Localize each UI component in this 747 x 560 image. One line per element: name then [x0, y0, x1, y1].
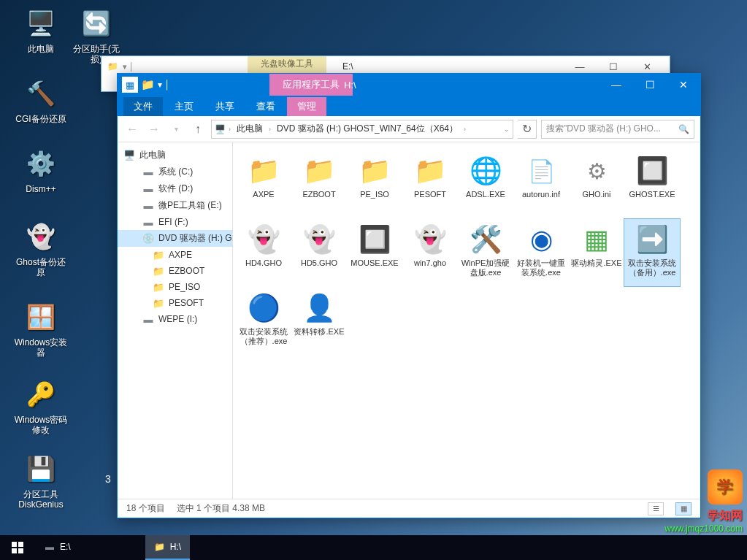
tree-drive-c[interactable]: ▬系统 (C:)	[118, 164, 232, 180]
ini-icon: ⚙	[579, 153, 614, 188]
desktop-icon-diskgenius[interactable]: 💾分区工具DiskGenius	[13, 451, 69, 510]
close-button[interactable]: ✕	[667, 74, 700, 96]
watermark-logo	[708, 469, 743, 505]
watermark-url: www.jmqz1000.com	[664, 523, 743, 534]
desktop-icon-ghost[interactable]: 👻Ghost备份还原	[13, 219, 69, 277]
svg-rect-0	[12, 542, 17, 547]
tree-drive-h[interactable]: 💿DVD 驱动器 (H:) G	[118, 230, 232, 247]
breadcrumb-drive[interactable]: DVD 驱动器 (H:) GHOST_WIN7_64位（X64）	[274, 123, 461, 135]
back-button[interactable]: ←	[123, 120, 141, 138]
file-item[interactable]: ⚙GHO.ini	[568, 150, 625, 218]
recent-button[interactable]: ▾	[167, 120, 185, 138]
app-icon: ▦	[122, 77, 138, 93]
file-item[interactable]: 🌐ADSL.EXE	[457, 150, 514, 218]
taskbar-item[interactable]: ▬E:\	[35, 535, 80, 560]
file-item[interactable]: 🔲GHOST.EXE	[624, 150, 681, 218]
page-number: 3	[105, 473, 111, 485]
chevron-right-icon: ›	[269, 126, 271, 133]
file-item[interactable]: 📁AXPE	[235, 150, 292, 218]
pc-icon: 🖥️	[215, 124, 226, 134]
exe-icon: 🔲	[357, 222, 392, 257]
breadcrumb[interactable]: 🖥️ › 此电脑 › DVD 驱动器 (H:) GHOST_WIN7_64位（X…	[211, 120, 513, 139]
background-path: E:\	[342, 61, 353, 72]
tree-root-pc[interactable]: 🖥️此电脑	[118, 147, 232, 164]
ghost-icon: 👻	[246, 222, 281, 257]
file-item[interactable]: 🔲MOUSE.EXE	[346, 218, 403, 287]
contextual-tab[interactable]: 应用程序工具	[269, 74, 353, 96]
folder-icon: 📁	[302, 153, 337, 188]
tree-drive-f[interactable]: ▬EFI (F:)	[118, 214, 232, 230]
file-item[interactable]: 🔵双击安装系统（推荐）.exe	[235, 287, 292, 356]
maximize-button[interactable]: ☐	[633, 74, 667, 96]
ribbon-file-tab[interactable]: 文件	[123, 97, 163, 116]
view-details-button[interactable]: ☰	[648, 502, 664, 515]
desktop-icon-this-pc[interactable]: 🖥️此电脑	[13, 6, 69, 54]
chevron-right-icon: ›	[464, 126, 466, 133]
file-item[interactable]: 👻HD5.GHO	[291, 218, 348, 287]
desktop-icon-cgi[interactable]: 🔨CGI备份还原	[13, 76, 69, 124]
watermark-brand: 学知网	[664, 508, 743, 523]
file-item[interactable]: 📁PE_ISO	[346, 150, 403, 218]
tree-folder-ezboot[interactable]: 📁EZBOOT	[118, 263, 232, 279]
pc-icon: 🖥️	[23, 6, 58, 41]
search-placeholder: 搜索"DVD 驱动器 (H:) GHO...	[546, 123, 661, 135]
status-selection: 选中 1 个项目 4.38 MB	[177, 502, 265, 515]
tools-icon: 🛠️	[468, 222, 503, 257]
tree-drive-i[interactable]: ▬WEPE (I:)	[118, 311, 232, 327]
search-icon: 🔍	[678, 124, 689, 134]
ribbon-tab-share[interactable]: 共享	[205, 97, 245, 116]
install-icon: 🔵	[246, 291, 281, 326]
file-item[interactable]: 🛠️WinPE加强硬盘版.exe	[457, 218, 514, 287]
hammer-icon: 🔨	[23, 76, 58, 111]
refresh-button[interactable]: ↻	[518, 120, 537, 139]
ribbon-tab-home[interactable]: 主页	[164, 97, 204, 116]
desktop-icon-winpwd[interactable]: 🔑Windows密码修改	[13, 377, 69, 435]
file-item[interactable]: 👻win7.gho	[402, 218, 459, 287]
search-input[interactable]: 搜索"DVD 驱动器 (H:) GHO... 🔍	[541, 120, 694, 139]
file-item[interactable]: ◉好装机一键重装系统.exe	[513, 218, 570, 287]
minimize-button[interactable]: —	[599, 74, 633, 96]
svg-rect-2	[12, 548, 17, 553]
user-icon: 👤	[302, 291, 337, 326]
key-icon: 🔑	[23, 377, 58, 412]
taskbar-item-active[interactable]: 📁H:\	[145, 535, 190, 560]
breadcrumb-pc[interactable]: 此电脑	[234, 123, 266, 135]
file-list[interactable]: 📁AXPE 📁EZBOOT 📁PE_ISO 📁PESOFT 🌐ADSL.EXE …	[233, 142, 700, 499]
gear-icon: ⚙️	[23, 146, 58, 181]
tree-folder-axpe[interactable]: 📁AXPE	[118, 247, 232, 263]
folder-icon: 📁	[153, 265, 164, 277]
file-item[interactable]: ▦驱动精灵.EXE	[568, 218, 625, 287]
tree-folder-peiso[interactable]: 📁PE_ISO	[118, 279, 232, 295]
file-item[interactable]: 👤资料转移.EXE	[291, 287, 348, 356]
ribbon: 文件 主页 共享 查看 管理	[118, 96, 700, 116]
ribbon-tab-view[interactable]: 查看	[246, 97, 286, 116]
start-button[interactable]	[0, 535, 35, 560]
folder-icon: 📁	[413, 153, 448, 188]
dropdown-icon[interactable]: ⌄	[504, 126, 510, 133]
forward-button[interactable]: →	[145, 120, 163, 138]
disk-icon: 💾	[23, 451, 58, 486]
file-item[interactable]: 📁EZBOOT	[291, 150, 348, 218]
network-icon: 🌐	[468, 153, 503, 188]
exe-icon: 🔲	[635, 153, 670, 188]
background-tab: 光盘映像工具	[248, 56, 326, 74]
windows-icon: 🪟	[23, 299, 58, 334]
folder-icon: 📁	[246, 153, 281, 188]
svg-rect-3	[18, 548, 23, 553]
drive-icon: ▬	[142, 166, 154, 178]
up-button[interactable]: ↑	[189, 120, 207, 138]
pc-icon: 🖥️	[123, 150, 135, 161]
ribbon-tab-manage[interactable]: 管理	[287, 97, 326, 116]
folder-icon: 📁	[141, 78, 155, 91]
file-item[interactable]: 📄autorun.inf	[513, 150, 570, 218]
desktop-icon-dism[interactable]: ⚙️Dism++	[13, 146, 69, 194]
titlebar[interactable]: ▦ 📁 ▾ │ 应用程序工具 H:\ — ☐ ✕	[118, 74, 700, 96]
window-title-path: H:\	[344, 74, 356, 96]
tree-drive-e[interactable]: ▬微PE工具箱 (E:)	[118, 197, 232, 214]
tree-drive-d[interactable]: ▬软件 (D:)	[118, 180, 232, 197]
desktop-icon-wininstall[interactable]: 🪟Windows安装器	[13, 299, 69, 358]
file-item[interactable]: 👻HD4.GHO	[235, 218, 292, 287]
file-item-selected[interactable]: ➡️双击安装系统（备用）.exe	[624, 218, 681, 287]
file-item[interactable]: 📁PESOFT	[402, 150, 459, 218]
tree-folder-pesoft[interactable]: 📁PESOFT	[118, 295, 232, 311]
